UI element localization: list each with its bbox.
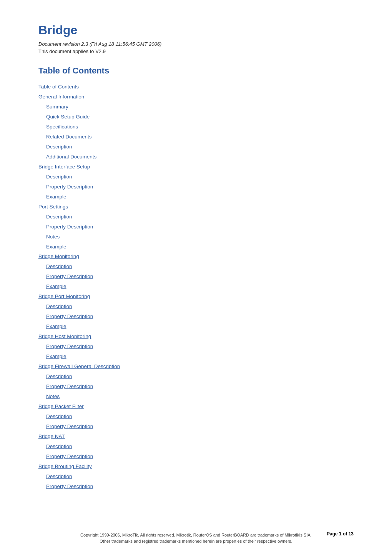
toc-link[interactable]: Quick Setup Guide: [46, 114, 90, 120]
toc-link[interactable]: Example: [46, 323, 66, 329]
toc-item: Bridge Monitoring: [38, 252, 354, 262]
toc-link[interactable]: Property Description: [46, 343, 93, 349]
toc-item: Related Documents: [46, 132, 354, 142]
toc-link[interactable]: Property Description: [46, 273, 93, 279]
toc-link[interactable]: Specifications: [46, 124, 78, 130]
toc-link[interactable]: Summary: [46, 104, 68, 110]
toc-item: Bridge Port Monitoring: [38, 292, 354, 302]
toc-item: Property Description: [46, 382, 354, 392]
copyright-line2: Other trademarks and registred trademark…: [0, 539, 392, 543]
toc-item: Property Description: [46, 222, 354, 232]
toc-link[interactable]: Description: [46, 443, 72, 449]
toc-link[interactable]: Bridge Host Monitoring: [38, 333, 91, 339]
toc-link[interactable]: Description: [46, 473, 72, 479]
toc-link[interactable]: Description: [46, 214, 72, 220]
toc-item: Property Description: [46, 452, 354, 462]
document-revision: Document revision 2.3 (Fri Aug 18 11:56:…: [38, 41, 354, 47]
toc-item: Bridge Packet Filter: [38, 402, 354, 412]
toc-item: Property Description: [46, 272, 354, 282]
toc-item: Description: [46, 472, 354, 482]
toc-item: Description: [46, 142, 354, 152]
toc-link[interactable]: Property Description: [46, 453, 93, 459]
page-number: Page 1 of 13: [327, 531, 354, 537]
toc-link[interactable]: Example: [46, 244, 66, 250]
toc-link[interactable]: Description: [46, 303, 72, 309]
toc-item: Property Description: [46, 422, 354, 432]
toc-link[interactable]: Property Description: [46, 224, 93, 230]
page-container: Bridge Document revision 2.3 (Fri Aug 18…: [0, 0, 392, 555]
toc-item: Description: [46, 442, 354, 452]
toc-item: Example: [46, 282, 354, 292]
toc-link[interactable]: Table of Contents: [38, 84, 79, 90]
toc-link[interactable]: Property Description: [46, 383, 93, 389]
toc-item: Description: [46, 172, 354, 182]
toc-link[interactable]: Example: [46, 283, 66, 289]
toc-link[interactable]: Bridge Monitoring: [38, 253, 79, 259]
toc-link[interactable]: Port Settings: [38, 204, 68, 210]
toc-list: Table of ContentsGeneral InformationSumm…: [38, 82, 354, 492]
toc-item: Additional Documents: [46, 152, 354, 162]
toc-item: Description: [46, 262, 354, 272]
toc-link[interactable]: Bridge Firewall General Description: [38, 363, 120, 369]
toc-item: Quick Setup Guide: [46, 112, 354, 122]
toc-item: Notes: [46, 392, 354, 402]
toc-link[interactable]: Bridge NAT: [38, 433, 65, 439]
toc-heading: Table of Contents: [38, 66, 354, 76]
toc-link[interactable]: Description: [46, 174, 72, 180]
toc-link[interactable]: Description: [46, 144, 72, 150]
toc-link[interactable]: Related Documents: [46, 134, 92, 140]
toc-item: Bridge Firewall General Description: [38, 362, 354, 372]
toc-link[interactable]: General Information: [38, 94, 84, 100]
toc-link[interactable]: Bridge Interface Setup: [38, 164, 90, 170]
toc-link[interactable]: Description: [46, 373, 72, 379]
toc-item: Port Settings: [38, 202, 354, 212]
toc-link[interactable]: Description: [46, 413, 72, 419]
toc-item: Bridge Brouting Facility: [38, 462, 354, 472]
toc-item: Example: [46, 322, 354, 332]
page-title: Bridge: [38, 23, 354, 37]
toc-item: Bridge Interface Setup: [38, 162, 354, 172]
toc-item: Description: [46, 372, 354, 382]
toc-item: Example: [46, 352, 354, 362]
toc-item: Example: [46, 242, 354, 252]
toc-item: Bridge Host Monitoring: [38, 332, 354, 342]
page-footer: Page 1 of 13 Copyright 1999-2006, MikroT…: [0, 527, 392, 543]
toc-item: Description: [46, 212, 354, 222]
toc-item: Property Description: [46, 342, 354, 352]
toc-item: Summary: [46, 102, 354, 112]
toc-item: Specifications: [46, 122, 354, 132]
toc-link[interactable]: Property Description: [46, 423, 93, 429]
toc-item: Property Description: [46, 182, 354, 192]
toc-link[interactable]: Property Description: [46, 483, 93, 489]
toc-link[interactable]: Bridge Port Monitoring: [38, 293, 90, 299]
document-version: This document applies to V2.9: [38, 48, 354, 54]
toc-item: Table of Contents: [38, 82, 354, 92]
toc-link[interactable]: Property Description: [46, 184, 93, 190]
toc-item: General Information: [38, 92, 354, 102]
toc-link[interactable]: Example: [46, 194, 66, 200]
toc-item: Bridge NAT: [38, 432, 354, 442]
toc-link[interactable]: Bridge Brouting Facility: [38, 463, 92, 469]
toc-link[interactable]: Bridge Packet Filter: [38, 403, 84, 409]
toc-item: Example: [46, 192, 354, 202]
toc-link[interactable]: Property Description: [46, 313, 93, 319]
toc-link[interactable]: Additional Documents: [46, 154, 96, 160]
toc-item: Property Description: [46, 312, 354, 322]
toc-item: Description: [46, 302, 354, 312]
toc-link[interactable]: Example: [46, 353, 66, 359]
toc-item: Notes: [46, 232, 354, 242]
toc-link[interactable]: Notes: [46, 393, 60, 399]
toc-item: Property Description: [46, 482, 354, 492]
toc-item: Description: [46, 412, 354, 422]
toc-link[interactable]: Notes: [46, 234, 60, 240]
toc-link[interactable]: Description: [46, 263, 72, 269]
